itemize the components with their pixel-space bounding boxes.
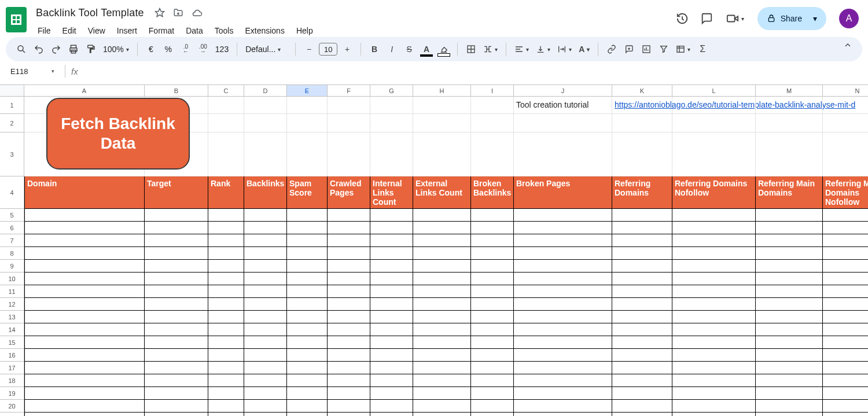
cell-E1[interactable] — [287, 97, 328, 114]
cell-I18[interactable] — [471, 374, 514, 387]
cell-H11[interactable] — [413, 285, 471, 298]
cell-A15[interactable] — [24, 336, 145, 349]
cell-F3[interactable] — [328, 132, 370, 176]
cell-I9[interactable] — [471, 260, 514, 273]
cell-M18[interactable] — [756, 374, 823, 387]
cell-M10[interactable] — [756, 273, 823, 285]
cell-K9[interactable] — [612, 260, 672, 273]
cell-N20[interactable] — [823, 400, 868, 413]
cell-E2[interactable] — [287, 114, 328, 132]
cell-C10[interactable] — [208, 273, 244, 285]
cell-J11[interactable] — [514, 285, 612, 298]
cell-G6[interactable] — [370, 222, 413, 234]
cell-A6[interactable] — [24, 222, 145, 234]
cell-H10[interactable] — [413, 273, 471, 285]
cell-F14[interactable] — [328, 323, 370, 336]
cell-J10[interactable] — [514, 273, 612, 285]
cell-I12[interactable] — [471, 298, 514, 311]
cell-M15[interactable] — [756, 336, 823, 349]
cell-M12[interactable] — [756, 298, 823, 311]
cell-M9[interactable] — [756, 260, 823, 273]
cell-M1[interactable] — [756, 97, 823, 114]
cell-K2[interactable] — [612, 114, 672, 132]
column-headers[interactable]: ABCDEFGHIJKLMN — [24, 85, 868, 97]
borders-icon[interactable] — [464, 41, 479, 57]
cell-M13[interactable] — [756, 311, 823, 323]
header-cell-L[interactable]: Referring Domains Nofollow — [672, 176, 756, 209]
cell-G16[interactable] — [370, 349, 413, 362]
menu-data[interactable]: Data — [181, 24, 208, 38]
italic-icon[interactable]: I — [384, 41, 399, 57]
cell-C17[interactable] — [208, 362, 244, 374]
menu-tools[interactable]: Tools — [209, 24, 239, 38]
cell-A9[interactable] — [24, 260, 145, 273]
column-header-D[interactable]: D — [244, 85, 287, 97]
decrease-decimal-icon[interactable]: .0← — [178, 41, 193, 57]
cell-B15[interactable] — [145, 336, 208, 349]
cell-F11[interactable] — [328, 285, 370, 298]
cell-A10[interactable] — [24, 273, 145, 285]
cell-C20[interactable] — [208, 400, 244, 413]
cell-I6[interactable] — [471, 222, 514, 234]
cell-N1[interactable] — [823, 97, 868, 114]
cell-F13[interactable] — [328, 311, 370, 323]
cell-J21[interactable] — [514, 413, 612, 416]
cell-M6[interactable] — [756, 222, 823, 234]
cell-F17[interactable] — [328, 362, 370, 374]
cell-B13[interactable] — [145, 311, 208, 323]
cell-E19[interactable] — [287, 387, 328, 400]
row-header-11[interactable]: 11 — [0, 285, 24, 298]
header-cell-C[interactable]: Rank — [208, 176, 244, 209]
row-header-3[interactable]: 3 — [0, 132, 24, 176]
cell-D9[interactable] — [244, 260, 287, 273]
cell-H8[interactable] — [413, 247, 471, 260]
cell-H9[interactable] — [413, 260, 471, 273]
cell-F12[interactable] — [328, 298, 370, 311]
cell-I14[interactable] — [471, 323, 514, 336]
cell-E3[interactable] — [287, 132, 328, 176]
header-cell-N[interactable]: Referring Main Domains Nofollow — [823, 176, 868, 209]
column-header-J[interactable]: J — [514, 85, 612, 97]
cell-J7[interactable] — [514, 234, 612, 247]
cell-B8[interactable] — [145, 247, 208, 260]
doc-title[interactable]: Backlink Tool Template — [32, 6, 148, 20]
cell-F2[interactable] — [328, 114, 370, 132]
merge-icon[interactable] — [481, 41, 500, 57]
cell-K3[interactable] — [612, 132, 672, 176]
cell-H14[interactable] — [413, 323, 471, 336]
cell-A12[interactable] — [24, 298, 145, 311]
column-header-M[interactable]: M — [756, 85, 823, 97]
cell-I7[interactable] — [471, 234, 514, 247]
cell-E12[interactable] — [287, 298, 328, 311]
fill-color-icon[interactable] — [436, 41, 451, 57]
redo-icon[interactable] — [49, 41, 64, 57]
cell-N8[interactable] — [823, 247, 868, 260]
menu-edit[interactable]: Edit — [57, 24, 82, 38]
insert-comment-icon[interactable] — [621, 41, 637, 57]
cell-G5[interactable] — [370, 209, 413, 222]
cell-J1[interactable]: Tool creation tutorial — [514, 97, 612, 114]
cell-H12[interactable] — [413, 298, 471, 311]
cell-I21[interactable] — [471, 413, 514, 416]
formula-input[interactable] — [82, 65, 862, 78]
cell-L20[interactable] — [672, 400, 756, 413]
column-header-H[interactable]: H — [413, 85, 471, 97]
cell-L13[interactable] — [672, 311, 756, 323]
filter-views-icon[interactable] — [674, 41, 693, 57]
row-header-21[interactable]: 21 — [0, 413, 24, 416]
cell-K11[interactable] — [612, 285, 672, 298]
cell-M17[interactable] — [756, 362, 823, 374]
print-icon[interactable] — [66, 41, 81, 57]
cell-G15[interactable] — [370, 336, 413, 349]
cell-K1[interactable]: https://antonioblago.de/seo/tutorial-tem… — [612, 97, 672, 114]
cell-M20[interactable] — [756, 400, 823, 413]
cell-F5[interactable] — [328, 209, 370, 222]
cell-H21[interactable] — [413, 413, 471, 416]
cell-M19[interactable] — [756, 387, 823, 400]
cell-E5[interactable] — [287, 209, 328, 222]
decrease-font-icon[interactable]: − — [301, 41, 317, 57]
collapse-toolbar-icon[interactable] — [840, 37, 855, 53]
cell-C15[interactable] — [208, 336, 244, 349]
cell-J6[interactable] — [514, 222, 612, 234]
text-color-icon[interactable]: A — [419, 41, 434, 57]
